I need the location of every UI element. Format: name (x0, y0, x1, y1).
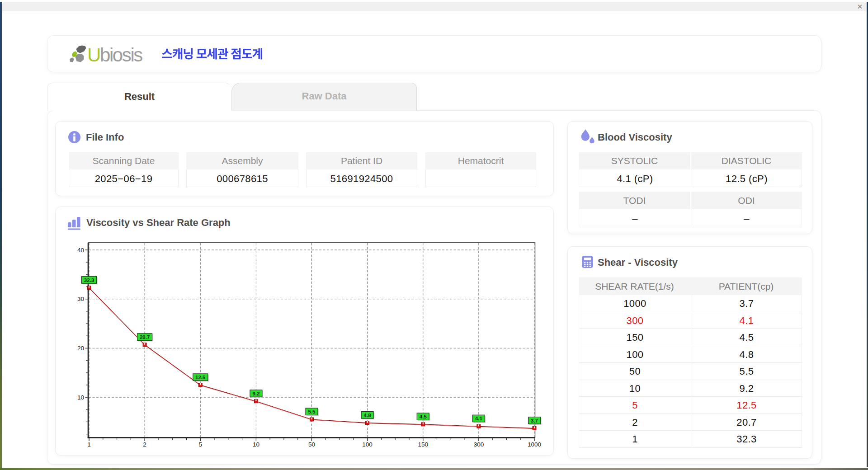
svg-text:12.5: 12.5 (195, 375, 206, 380)
svg-text:5: 5 (198, 441, 202, 448)
svg-text:9.2: 9.2 (252, 391, 259, 396)
svg-text:100: 100 (362, 441, 373, 448)
svg-text:300: 300 (474, 441, 484, 448)
svg-text:40: 40 (77, 247, 84, 254)
svg-text:10: 10 (253, 441, 259, 448)
svg-text:20.7: 20.7 (140, 334, 150, 340)
svg-text:4.5: 4.5 (420, 414, 427, 419)
svg-text:5.5: 5.5 (308, 409, 316, 414)
svg-text:30: 30 (77, 296, 84, 302)
svg-text:1000: 1000 (528, 441, 541, 448)
svg-text:20: 20 (77, 345, 84, 352)
svg-text:32.3: 32.3 (84, 277, 94, 283)
svg-text:Ubiosis: Ubiosis (87, 44, 142, 66)
svg-text:10: 10 (77, 394, 84, 401)
svg-text:4.8: 4.8 (364, 413, 372, 418)
svg-text:1: 1 (87, 441, 91, 448)
svg-text:4.1: 4.1 (475, 416, 483, 421)
svg-text:50: 50 (308, 441, 315, 448)
svg-text:3.7: 3.7 (531, 418, 538, 423)
svg-text:150: 150 (418, 441, 429, 448)
svg-text:2: 2 (143, 441, 146, 448)
